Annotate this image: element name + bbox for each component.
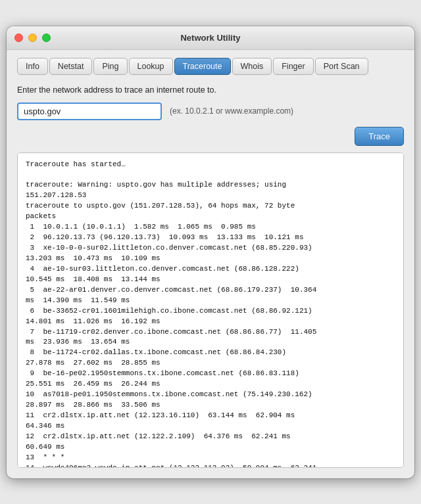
main-window: Network Utility Info Netstat Ping Lookup… [7, 26, 414, 478]
tab-bar: Info Netstat Ping Lookup Traceroute Whoi… [17, 58, 404, 75]
tab-portscan[interactable]: Port Scan [315, 58, 368, 75]
tab-ping[interactable]: Ping [93, 58, 127, 75]
input-row: (ex. 10.0.2.1 or www.example.com) [17, 103, 404, 120]
close-button[interactable] [14, 34, 23, 42]
titlebar: Network Utility [7, 26, 414, 50]
tab-finger[interactable]: Finger [273, 58, 313, 75]
maximize-button[interactable] [42, 34, 51, 42]
content-area: Info Netstat Ping Lookup Traceroute Whoi… [7, 50, 414, 478]
window-title: Network Utility [180, 33, 240, 43]
traffic-lights [14, 34, 51, 42]
output-area: Traceroute has started… traceroute: Warn… [17, 152, 404, 468]
tab-info[interactable]: Info [17, 58, 48, 75]
minimize-button[interactable] [28, 34, 37, 42]
tab-traceroute[interactable]: Traceroute [174, 58, 231, 75]
tab-whois[interactable]: Whois [232, 58, 272, 75]
trace-button-row: Trace [17, 127, 404, 146]
input-hint: (ex. 10.0.2.1 or www.example.com) [170, 106, 293, 116]
description-text: Enter the network address to trace an in… [17, 85, 404, 95]
tab-netstat[interactable]: Netstat [49, 58, 93, 75]
address-input[interactable] [17, 103, 162, 120]
tab-lookup[interactable]: Lookup [129, 58, 173, 75]
trace-button[interactable]: Trace [355, 127, 404, 146]
